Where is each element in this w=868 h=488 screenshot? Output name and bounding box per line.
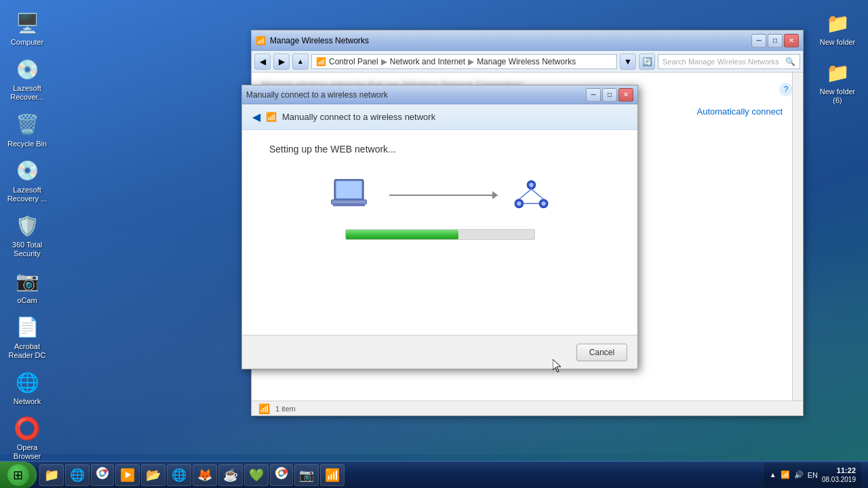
media-taskbar-icon: ▶️ (120, 468, 135, 483)
start-button[interactable]: ⊞ (0, 462, 37, 489)
icon-ocam-label: oCam (17, 296, 37, 305)
dialog-back-icon[interactable]: ◀ (252, 110, 260, 123)
taskbar-item-network[interactable]: 📶 (320, 464, 344, 486)
status-network-icon: 📶 (258, 403, 270, 414)
svg-rect-8 (333, 204, 365, 206)
icon-lazesoft2-label: Lazesoft Recovery ... (6, 186, 48, 203)
network-taskbar-icon: 📶 (325, 468, 340, 483)
icon-lazesoft2[interactable]: 💿 Lazesoft Recovery ... (3, 155, 51, 206)
path-separator-2: ▶ (468, 57, 474, 66)
recycle-icon: 🗑️ (14, 111, 41, 138)
taskbar-item-firefox[interactable]: 🦊 (193, 464, 217, 486)
window-title-left: 📶 Manage Wireless Networks (256, 36, 369, 45)
tray-arrow-icon[interactable]: ▲ (770, 471, 776, 479)
router-icon (511, 175, 552, 216)
clock: 11:22 08.03.2019 (822, 466, 856, 484)
taskbar-item-filezilla[interactable]: 📂 (141, 464, 165, 486)
laptop-icon (328, 175, 376, 216)
cancel-button[interactable]: Cancel (576, 344, 627, 361)
scrollbar[interactable] (792, 73, 803, 401)
icon-network[interactable]: 🌐 Network (3, 366, 51, 409)
icon-newfolder1[interactable]: 📁 New folder (814, 7, 861, 49)
taskbar-item-cam[interactable]: 📷 (294, 464, 319, 486)
chrome-taskbar-icon (96, 466, 109, 483)
icon-lazesoft1[interactable]: 💿 Lazesoft Recover... (3, 53, 51, 104)
help-button[interactable]: ? (779, 83, 793, 96)
address-path[interactable]: 📶 Control Panel ▶ Network and Internet ▶… (311, 54, 617, 69)
back-button[interactable]: ◀ (254, 54, 271, 70)
desktop: 🖥️ Computer 💿 Lazesoft Recover... 🗑️ Rec… (0, 0, 868, 488)
dialog-minimize-button[interactable]: ─ (586, 88, 601, 102)
taskbar-item-media[interactable]: ▶️ (115, 464, 140, 486)
auto-connect-text[interactable]: Automatically connect (697, 106, 783, 117)
icon-newfolder6[interactable]: 📁 New folder (6) (814, 56, 861, 108)
taskbar-item-ie[interactable]: 🌐 (65, 464, 90, 486)
icon-computer-label: Computer (11, 38, 43, 47)
svg-point-15 (529, 182, 533, 186)
acrobat-icon: 📄 (14, 314, 41, 341)
dialog-header-text: Manually connect to a wireless network (282, 112, 435, 122)
tray-network-icon: 📶 (781, 470, 790, 479)
control-panel-window: 📶 Manage Wireless Networks ─ □ ✕ ◀ ▶ ▲ 📶… (251, 30, 804, 416)
maximize-button[interactable]: □ (768, 34, 783, 47)
icon-lazesoft1-label: Lazesoft Recover... (6, 84, 48, 102)
forward-button[interactable]: ▶ (273, 54, 290, 70)
svg-point-17 (541, 201, 545, 205)
address-bar: ◀ ▶ ▲ 📶 Control Panel ▶ Network and Inte… (252, 51, 803, 73)
dialog-header: ◀ 📶 Manually connect to a wireless netwo… (242, 104, 637, 130)
tray-volume-icon[interactable]: 🔊 (794, 470, 804, 479)
newfolder1-icon: 📁 (824, 9, 851, 37)
dropdown-button[interactable]: ▼ (620, 54, 636, 70)
svg-rect-7 (332, 199, 367, 203)
taskbar-item-chrome2[interactable] (270, 464, 293, 486)
window-title-text: Manage Wireless Networks (270, 36, 369, 45)
lazesoft1-icon: 💿 (14, 56, 41, 83)
taskbar-item-torrent[interactable]: 💚 (244, 464, 269, 486)
svg-point-23 (279, 471, 283, 475)
icon-newfolder1-label: New folder (820, 38, 856, 47)
icon-recycle-label: Recycle Bin (7, 140, 47, 148)
taskbar-item-chrome[interactable] (91, 464, 114, 486)
path-network-internet: Network and Internet (390, 57, 465, 66)
path-network-icon: 📶 (316, 57, 326, 66)
dialog-titlebar: Manually connect to a wireless network ─… (242, 85, 637, 104)
icon-network-label: Network (14, 397, 41, 406)
clock-date: 08.03.2019 (822, 475, 856, 484)
dialog-maximize-button[interactable]: □ (602, 88, 617, 102)
taskbar-item-ie2[interactable]: 🌐 (167, 464, 191, 486)
icon-computer[interactable]: 🖥️ Computer (3, 7, 51, 49)
window-controls: ─ □ ✕ (751, 34, 799, 47)
ocam-icon: 📷 (14, 268, 41, 295)
dialog-controls: ─ □ ✕ (586, 88, 633, 102)
icon-acrobat[interactable]: 📄 Acrobat Reader DC (3, 311, 51, 363)
progress-bar-container (345, 229, 535, 240)
dialog-close-button[interactable]: ✕ (618, 88, 633, 102)
icon-opera[interactable]: ⭕ Opera Browser (3, 412, 51, 464)
icon-ocam[interactable]: 📷 oCam (3, 265, 51, 308)
refresh-button[interactable]: 🔄 (639, 54, 655, 70)
taskbar-apps: 📁 🌐 ▶️ (37, 464, 757, 486)
tray-lang[interactable]: EN (808, 471, 818, 479)
java-taskbar-icon: ☕ (223, 468, 238, 483)
network-icon: 🌐 (14, 369, 41, 396)
security-icon: 🛡️ (14, 212, 41, 239)
taskbar-item-java[interactable]: ☕ (218, 464, 243, 486)
taskbar-item-explorer[interactable]: 📁 (39, 464, 64, 486)
system-tray: ▲ 📶 🔊 EN 11:22 08.03.2019 (764, 463, 861, 487)
search-box[interactable]: Search Manage Wireless Networks 🔍 (658, 54, 800, 69)
taskbar-right: ▲ 📶 🔊 EN 11:22 08.03.2019 (757, 463, 868, 487)
up-button[interactable]: ▲ (292, 54, 309, 70)
icon-opera-label: Opera Browser (6, 443, 48, 461)
filezilla-taskbar-icon: 📂 (146, 468, 161, 483)
window-titlebar: 📶 Manage Wireless Networks ─ □ ✕ (252, 30, 803, 51)
desktop-icons-right: 📁 New folder 📁 New folder (6) (814, 7, 861, 108)
icon-recycle[interactable]: 🗑️ Recycle Bin (3, 108, 51, 151)
close-button[interactable]: ✕ (784, 34, 799, 47)
cam-taskbar-icon: 📷 (299, 468, 314, 483)
svg-line-13 (532, 189, 544, 199)
path-manage-wireless: Manage Wireless Networks (477, 57, 576, 66)
torrent-taskbar-icon: 💚 (249, 468, 264, 483)
svg-point-20 (100, 471, 104, 475)
icon-security[interactable]: 🛡️ 360 Total Security (3, 209, 51, 261)
minimize-button[interactable]: ─ (751, 34, 766, 47)
